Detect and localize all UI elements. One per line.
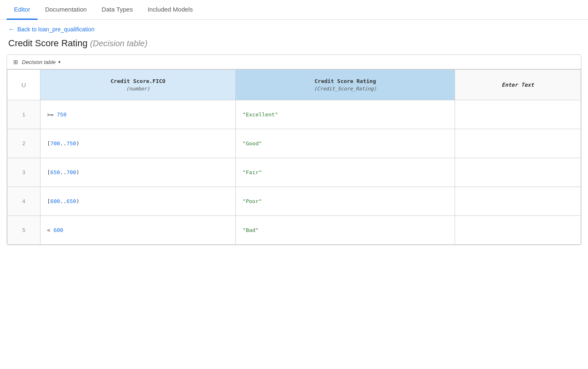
range-start: 700 [50,140,60,147]
cell-annotation-5[interactable] [455,216,581,245]
tab-data-types[interactable]: Data Types [94,0,140,20]
range-close: ) [76,140,79,147]
range-start: 650 [50,169,60,175]
cell-output-3[interactable]: "Fair" [236,158,455,187]
op-text: >= [47,111,57,118]
tab-editor[interactable]: Editor [7,0,38,20]
table-row: 5 < 600 "Bad" [7,216,581,245]
cell-annotation-2[interactable] [455,129,581,158]
tab-included-models[interactable]: Included Models [140,0,200,20]
output-value: "Bad" [242,227,258,233]
col-input1-name: Credit Score.FICO [45,78,231,84]
header-u-cell: U [7,70,40,100]
cell-input-1[interactable]: >= 750 [40,100,236,129]
decision-table: U Credit Score.FICO (number) Credit Scor… [7,69,581,245]
col-output1-type: (Credit_Score_Rating) [240,86,450,92]
cell-annotation-3[interactable] [455,158,581,187]
header-input1[interactable]: Credit Score.FICO (number) [40,70,236,100]
row-num-5: 5 [7,216,40,245]
cell-output-1[interactable]: "Excellent" [236,100,455,129]
header-output1[interactable]: Credit Score Rating (Credit_Score_Rating… [236,70,455,100]
range-open: [ [47,169,50,175]
cell-input-2[interactable]: [700..750) [40,129,236,158]
col-input1-type: (number) [45,86,231,92]
back-arrow-icon: ← [8,26,15,33]
cell-input-3[interactable]: [650..700) [40,158,236,187]
range-end: 650 [66,198,76,204]
output-value: "Fair" [242,169,262,175]
dt-toolbar[interactable]: ⊞ Decision table ▾ [7,55,581,69]
op-text: < [47,227,54,233]
table-row: 2 [700..750) "Good" [7,129,581,158]
cell-input-5[interactable]: < 600 [40,216,236,245]
output-value: "Good" [242,140,262,147]
output-value: "Excellent" [242,111,278,118]
page-title: Credit Score Rating (Decision table) [0,36,588,54]
num-value: 750 [57,111,66,118]
top-nav: Editor Documentation Data Types Included… [0,0,588,20]
range-dots: .. [60,140,66,147]
row-num-4: 4 [7,187,40,216]
table-row: 4 [600..650) "Poor" [7,187,581,216]
title-text: Credit Score Rating [8,38,88,48]
header-annotation1[interactable]: Enter Text [455,70,581,100]
cell-output-2[interactable]: "Good" [236,129,455,158]
cell-annotation-4[interactable] [455,187,581,216]
num-value: 600 [54,227,63,233]
dt-toolbar-label: Decision table [22,59,56,65]
range-dots: .. [60,198,66,204]
cell-output-5[interactable]: "Bad" [236,216,455,245]
range-end: 750 [66,140,76,147]
decision-table-icon: ⊞ [12,58,19,66]
output-value: "Poor" [242,198,262,204]
range-dots: .. [60,169,66,175]
table-row: 3 [650..700) "Fair" [7,158,581,187]
range-open: [ [47,198,50,204]
row-num-2: 2 [7,129,40,158]
range-close: ) [76,169,79,175]
table-row: 1 >= 750 "Excellent" [7,100,581,129]
range-open: [ [47,140,50,147]
row-num-3: 3 [7,158,40,187]
range-start: 600 [50,198,60,204]
range-end: 700 [66,169,76,175]
cell-annotation-1[interactable] [455,100,581,129]
cell-input-4[interactable]: [600..650) [40,187,236,216]
row-num-1: 1 [7,100,40,129]
chevron-down-icon: ▾ [58,59,61,65]
range-close: ) [76,198,79,204]
decision-table-container: ⊞ Decision table ▾ U Credit Score.FICO (… [7,54,581,245]
col-output1-name: Credit Score Rating [240,78,450,84]
back-link[interactable]: ← Back to loan_pre_qualification [0,20,588,36]
back-link-label: Back to loan_pre_qualification [17,26,95,33]
title-subtitle: (Decision table) [90,39,147,48]
cell-output-4[interactable]: "Poor" [236,187,455,216]
tab-documentation[interactable]: Documentation [38,0,94,20]
col-annotation1-name: Enter Text [459,82,576,88]
